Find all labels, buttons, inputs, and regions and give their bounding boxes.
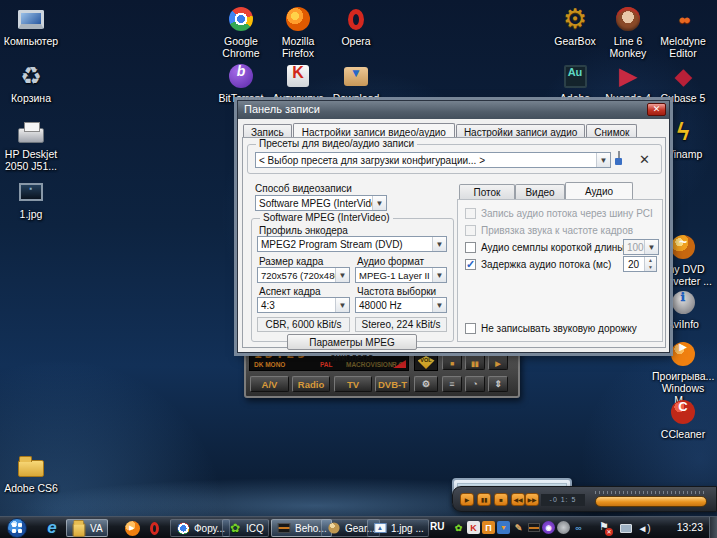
tv-play-button[interactable]: ▶: [488, 354, 508, 370]
sample-rate-combobox[interactable]: 48000 Hz▼: [355, 297, 447, 313]
taskbar-button-1jpg[interactable]: ▲ 1.jpg ...: [367, 519, 429, 537]
player-next-button[interactable]: ▶▶: [525, 493, 539, 506]
desktop-icon-melodyne[interactable]: ●● Melodyne Editor: [652, 5, 714, 59]
desktop-icon-bittorrent[interactable]: b BitTorrent: [210, 62, 272, 104]
checkbox-audio-delay[interactable]: Задержка аудио потока (мс): [465, 259, 611, 270]
profile-combobox[interactable]: MPEG2 Program Stream (DVD)▼: [257, 236, 447, 252]
spinner-up-down-icon[interactable]: ▲▼: [644, 257, 656, 271]
close-button[interactable]: ✕: [647, 103, 666, 116]
show-desktop-button[interactable]: [709, 517, 717, 538]
desktop-icon-printer[interactable]: HP Deskjet 2050 J51...: [0, 118, 62, 172]
checkbox-sync-framerate[interactable]: Привязка звука к частоте кадров: [465, 225, 633, 236]
player-play-button[interactable]: ▶: [460, 493, 474, 506]
checkbox-box[interactable]: [465, 259, 476, 270]
desktop-icon-chrome[interactable]: Google Chrome: [210, 5, 272, 59]
mpeg-params-button[interactable]: Параметры MPEG энкодера: [287, 334, 417, 350]
gearbox-icon: [328, 522, 341, 535]
tv-source-tv-button[interactable]: TV: [334, 376, 372, 392]
tv-list-button[interactable]: ≡: [442, 376, 462, 392]
aspect-label: Аспект кадра: [259, 286, 321, 297]
chevron-down-icon: ▼: [644, 240, 658, 254]
checkbox-short-samples[interactable]: Аудио семплы короткой длины (мс): [465, 242, 646, 253]
checkbox-no-audio-track[interactable]: Не записывать звуковую дорожку: [465, 323, 637, 334]
rtab-audio[interactable]: Аудио: [565, 182, 633, 200]
image-file-icon: ▪: [0, 178, 62, 206]
desktop-icon-nuendo[interactable]: ▶ Nuendo 4: [597, 62, 659, 104]
tray-brush-icon[interactable]: ✎: [512, 521, 525, 534]
network-icon: [620, 524, 632, 533]
desktop-icon-line6-monkey[interactable]: Line 6 Monkey: [597, 5, 659, 59]
checkbox-pci-stream[interactable]: Запись аудио потока через шину PCI: [465, 208, 653, 219]
tray-volume-icon[interactable]: ◄): [636, 520, 652, 536]
start-button[interactable]: [7, 518, 27, 538]
player-stop-button[interactable]: ■: [494, 493, 508, 506]
desktop-icon-ccleaner[interactable]: C CCleaner: [652, 398, 714, 440]
tray-network-icon[interactable]: [618, 520, 634, 536]
speaker-icon: ◄): [637, 523, 650, 534]
desktop-icon-recycle-bin[interactable]: ♻ Корзина: [0, 62, 62, 104]
taskbar-button-va[interactable]: VA: [66, 519, 108, 537]
player-time-display: -0 1: 5: [541, 494, 585, 506]
tv-channel-updown-button[interactable]: ⇕: [488, 376, 508, 392]
tv-timer-button[interactable]: ◔: [465, 376, 485, 392]
rtab-video[interactable]: Видео: [515, 184, 565, 200]
taskbar-button-icq[interactable]: ✿ ICQ: [222, 519, 269, 537]
desktop-icon-firefox[interactable]: Mozilla Firefox: [267, 5, 329, 59]
save-preset-button[interactable]: [618, 152, 620, 163]
desktop-icon-download[interactable]: ▼ Download: [325, 62, 387, 104]
player-pause-button[interactable]: ▮▮: [477, 493, 491, 506]
tray-bittorrent-icon[interactable]: ◉: [542, 521, 555, 534]
desktop-icon-computer[interactable]: Компьютер: [0, 5, 62, 47]
tray-kaspersky-icon[interactable]: K: [467, 521, 480, 534]
tray-search-icon[interactable]: ∞: [572, 521, 585, 534]
up-down-icon: ⇕: [494, 379, 502, 389]
checkbox-box[interactable]: [465, 323, 476, 334]
taskbar-wmp-icon[interactable]: ▶: [124, 520, 140, 536]
tv-settings-button[interactable]: ⚙: [414, 376, 438, 392]
tv-source-radio-button[interactable]: Radio: [292, 376, 330, 392]
desktop-icon-antivirus[interactable]: K Антивирус: [267, 62, 329, 104]
audio-format-combobox[interactable]: MPEG-1 Layer II▼: [355, 267, 447, 283]
tv-volume-control[interactable]: VOL: [414, 354, 438, 371]
desktop-icon-cubase[interactable]: ◆ Cubase 5: [652, 62, 714, 104]
taskbar-ie-icon[interactable]: e: [44, 520, 60, 536]
desktop-icon-opera[interactable]: Opera: [325, 5, 387, 47]
desktop-icon-adobe-cs6[interactable]: Adobe CS6: [0, 452, 62, 494]
tray-punto-icon[interactable]: П: [482, 521, 495, 534]
player-seek-bar[interactable]: [595, 496, 707, 507]
folder-icon: [0, 452, 62, 480]
frame-size-combobox[interactable]: 720x576 (720x480)▼: [257, 267, 350, 283]
chevron-down-icon: ▼: [432, 298, 446, 312]
desktop-icon-1jpg[interactable]: ▪ 1.jpg: [0, 178, 62, 220]
encoder-group-label: Software MPEG (InterVideo): [260, 212, 393, 223]
short-samples-combobox[interactable]: 100▼: [623, 239, 659, 255]
checkbox-box[interactable]: [465, 208, 476, 219]
audio-delay-spinner[interactable]: 20 ▲▼: [623, 256, 657, 272]
computer-icon: [0, 5, 62, 33]
rtab-stream[interactable]: Поток: [459, 184, 515, 200]
taskbar-button-forum[interactable]: Фору...: [170, 519, 230, 537]
tv-lcd-display: 13:25 DK MONO PAL MACROVISION R.O: [249, 354, 409, 371]
tray-action-center-icon[interactable]: [596, 520, 612, 536]
tray-download-master-icon[interactable]: ▼: [497, 521, 510, 534]
tray-behold-icon[interactable]: [527, 521, 540, 534]
tray-icq-icon[interactable]: ✿: [452, 521, 465, 534]
tv-source-av-button[interactable]: A/V: [250, 376, 289, 392]
checkbox-box[interactable]: [465, 225, 476, 236]
tv-stop-button[interactable]: ■: [442, 354, 462, 370]
dialog-titlebar[interactable]: Панель записи ✕: [238, 101, 669, 119]
aspect-combobox[interactable]: 4:3▼: [257, 297, 350, 313]
play-icon: ▶: [465, 497, 470, 503]
delete-preset-button[interactable]: ✕: [639, 152, 650, 167]
tray-app-icon[interactable]: [557, 521, 570, 534]
preset-combobox[interactable]: < Выбор пресета для загрузки конфигураци…: [255, 152, 611, 168]
tv-source-dvbt-button[interactable]: DVB-T: [375, 376, 410, 392]
tv-pause-button[interactable]: ▮▮: [465, 354, 485, 370]
player-prev-button[interactable]: ◀◀: [511, 493, 525, 506]
checkbox-box[interactable]: [465, 242, 476, 253]
monkey-icon: [597, 5, 659, 33]
method-combobox[interactable]: Software MPEG (InterVideo)▼: [255, 195, 387, 211]
language-indicator[interactable]: RU: [430, 521, 444, 532]
taskbar-opera-icon[interactable]: [146, 520, 162, 536]
audio-format-label: Аудио формат: [357, 256, 424, 267]
